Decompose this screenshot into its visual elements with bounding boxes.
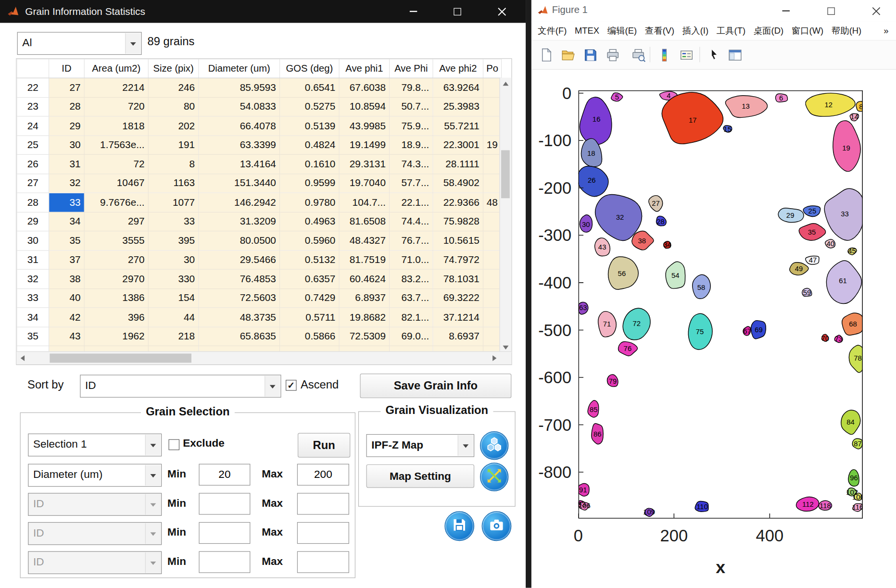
vertical-scrollbar[interactable] [499,78,511,353]
minimize-icon[interactable] [400,0,427,23]
table-cell[interactable]: 27 [49,78,85,97]
table-cell[interactable]: 43.9985 [339,116,390,136]
table-cell[interactable]: 104.7... [339,193,390,212]
table-cell[interactable]: 66.4078 [199,116,280,136]
table-cell[interactable]: 0.5711 [280,308,340,327]
table-cell[interactable]: 76.7... [390,231,433,250]
column-header[interactable]: GOS (deg) [280,59,340,78]
colorbar-icon[interactable] [656,47,672,63]
table-cell[interactable] [483,231,502,250]
column-header[interactable]: Size (pix) [148,59,199,78]
close-icon[interactable] [863,0,889,22]
row-number[interactable]: 25 [17,136,49,155]
table-cell[interactable]: 330 [148,269,199,288]
table-cell[interactable]: 151.3440 [199,174,280,193]
table-cell[interactable]: 37 [49,250,85,269]
table-cell[interactable] [483,97,502,116]
max-input[interactable] [297,522,349,544]
table-cell[interactable]: 720 [84,97,148,116]
table-cell[interactable]: 81.6508 [339,212,390,231]
table-cell[interactable]: 43 [49,327,85,346]
table-cell[interactable]: 395 [148,231,199,250]
table-cell[interactable]: 31 [49,154,85,174]
table-cell[interactable]: 42 [49,308,85,327]
table-cell[interactable]: 396 [84,308,148,327]
table-cell[interactable]: 83.2... [390,269,433,288]
menu-item[interactable]: 插入(I) [679,25,713,37]
table-cell[interactable]: 1386 [84,288,148,308]
table-cell[interactable]: 19.1499 [339,136,390,155]
save-grain-info-button[interactable]: Save Grain Info [360,374,512,398]
table-cell[interactable]: 2214 [84,78,148,97]
menu-item[interactable]: 工具(T) [712,25,749,37]
table-cell[interactable]: 0.7429 [280,288,340,308]
legend-icon[interactable] [678,47,694,63]
sort-dropdown[interactable]: ID [80,375,281,398]
table-cell[interactable]: 63.3399 [199,136,280,155]
menu-item[interactable]: 窗口(W) [787,25,827,37]
row-number[interactable]: 22 [17,78,49,97]
vertical-scroll-thumb[interactable] [501,150,510,198]
column-header[interactable]: Po [483,59,502,78]
table-cell[interactable] [483,269,502,288]
menu-item[interactable]: » [880,25,893,36]
table-cell[interactable] [483,250,502,269]
table-cell[interactable]: 33 [148,212,199,231]
row-number[interactable]: 27 [17,174,49,193]
open-folder-icon[interactable] [560,47,576,63]
table-cell[interactable]: 22.3001 [433,136,483,155]
table-cell[interactable]: 63.9264 [433,78,483,97]
table-cell[interactable]: 19.8682 [339,308,390,327]
table-cell[interactable]: 1962 [84,327,148,346]
table-cell[interactable]: 0.5960 [280,231,340,250]
table-cell[interactable]: 40 [49,288,85,308]
table-cell[interactable]: 246 [148,78,199,97]
axes-arrows-button[interactable] [480,463,508,491]
table-cell[interactable]: 63.7... [390,288,433,308]
table-cell[interactable]: 79.8... [390,78,433,97]
row-number[interactable]: 31 [17,250,49,269]
min-input[interactable] [199,493,250,514]
filter-field-dropdown[interactable]: ID [28,551,162,575]
table-cell[interactable]: 1163 [148,174,199,193]
column-header[interactable]: ID [49,59,85,78]
min-input[interactable] [199,551,250,573]
table-cell[interactable]: 29.5466 [199,250,280,269]
table-cell[interactable] [483,327,502,346]
table-cell[interactable] [483,78,502,97]
column-header[interactable]: Ave phi1 [339,59,390,78]
table-cell[interactable]: 57.7... [390,174,433,193]
row-number[interactable]: 28 [17,193,49,212]
table-cell[interactable]: 10.8594 [339,97,390,116]
table-cell[interactable]: 38 [49,269,85,288]
table-cell[interactable]: 0.9599 [280,174,340,193]
table-cell[interactable]: 8 [148,154,199,174]
table-cell[interactable]: 1818 [84,116,148,136]
table-cell[interactable]: 81.7519 [339,250,390,269]
column-header[interactable]: Diameter (um) [199,59,280,78]
table-cell[interactable]: 6.8937 [339,288,390,308]
horizontal-scrollbar[interactable] [16,351,511,364]
maximize-icon[interactable] [818,0,844,22]
column-header[interactable]: Ave phi2 [433,59,483,78]
table-cell[interactable]: 0.6357 [280,269,340,288]
table-cell[interactable]: 37.1214 [433,308,483,327]
row-number[interactable]: 29 [17,212,49,231]
table-cell[interactable]: 0.4824 [280,136,340,155]
table-cell[interactable]: 58.4902 [433,174,483,193]
menu-item[interactable]: 文件(F) [534,25,571,37]
table-cell[interactable]: 80 [148,97,199,116]
minimize-icon[interactable] [772,0,799,22]
print-preview-icon[interactable] [630,47,646,63]
exclude-checkbox[interactable] [168,439,179,450]
table-cell[interactable]: 19.7040 [339,174,390,193]
table-cell[interactable]: 75.9... [390,116,433,136]
table-cell[interactable]: 72.5309 [339,327,390,346]
table-cell[interactable]: 74.3... [390,154,433,174]
table-cell[interactable]: 72.5603 [199,288,280,308]
table-cell[interactable]: 29.3131 [339,154,390,174]
menu-item[interactable]: 桌面(D) [749,25,787,37]
table-cell[interactable]: 0.5866 [280,327,340,346]
min-input[interactable] [199,522,250,544]
table-cell[interactable]: 33 [49,193,85,212]
